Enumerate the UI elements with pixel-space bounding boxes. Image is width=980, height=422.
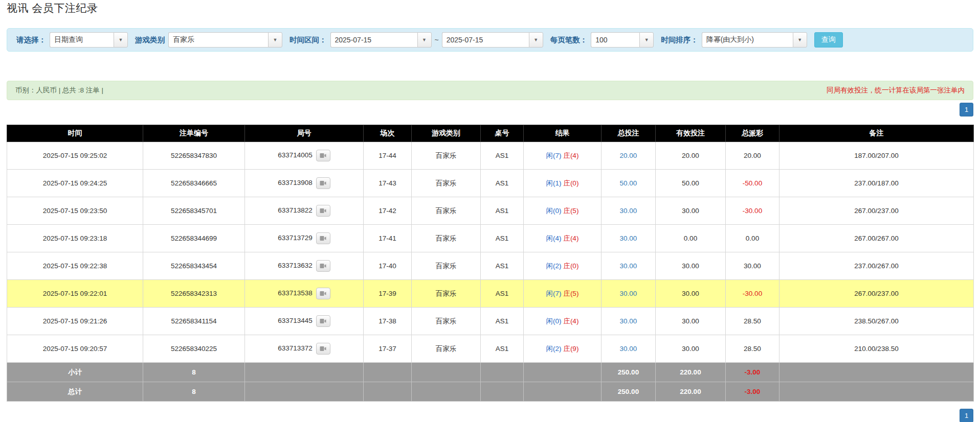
column-header: 时间 [7,125,143,142]
page-size-dropdown-button[interactable]: ▼ [639,32,654,48]
video-camera-icon [320,153,326,158]
summary-row: 总计8250.00220.00-3.00 [7,382,974,402]
banker-result: 庄(4) [563,152,578,159]
cell-remark: 237.00/267.00 [779,252,974,280]
cell-round-id: 633713822 [245,197,364,225]
summary-empty-cell [524,382,602,402]
summary-total-bet: 250.00 [602,363,656,382]
cell-round-id: 633713445 [245,308,364,335]
cell-table-no: AS1 [481,335,524,363]
currency-total-summary: 币别：人民币 | 总共 :8 注单 | [15,86,103,95]
cell-payout: -30.00 [726,280,779,308]
total-bet-link[interactable]: 30.00 [620,235,637,242]
video-replay-button[interactable] [316,288,330,299]
date-from-dropdown-button[interactable]: ▼ [417,32,432,48]
total-bet-link[interactable]: 30.00 [620,262,637,270]
chevron-down-icon: ▼ [533,38,538,42]
column-header: 场次 [364,125,412,142]
cell-result: 闲(7) 庄(4) [524,142,602,170]
cell-time: 2025-07-15 09:21:26 [7,308,143,335]
cell-valid-bet: 30.00 [656,335,726,363]
cell-table-no: AS1 [481,197,524,225]
cell-total-bet: 30.00 [602,252,656,280]
video-camera-icon [320,263,326,269]
column-header: 备注 [779,125,974,142]
round-id-text: 633713908 [278,179,313,186]
round-id-text: 633713372 [278,344,313,352]
player-result: 闲(0) [546,207,562,215]
cell-remark: 267.00/267.00 [779,225,974,252]
total-bet-link[interactable]: 50.00 [620,179,637,187]
column-header: 桌号 [481,125,524,142]
column-header: 结果 [524,125,602,142]
summary-empty-cell [364,363,412,382]
date-to-input[interactable] [442,32,529,48]
video-replay-button[interactable] [316,232,330,244]
date-to-dropdown-button[interactable]: ▼ [529,32,543,48]
table-row: 2025-07-15 09:22:01522658342313633713538… [7,280,974,308]
table-body: 2025-07-15 09:25:02522658347830633714005… [7,142,974,402]
page-1-button[interactable]: 1 [960,409,973,422]
banker-result: 庄(5) [563,207,578,215]
cell-time: 2025-07-15 09:24:25 [7,170,143,197]
cell-total-bet: 50.00 [602,170,656,197]
video-replay-button[interactable] [316,343,330,355]
player-result: 闲(0) [546,317,562,325]
total-bet-link[interactable]: 30.00 [620,317,637,325]
page-1-button[interactable]: 1 [960,103,973,116]
cell-round-id: 633713729 [245,225,364,252]
cell-round-id: 633714005 [245,142,364,170]
payout-value: 28.50 [744,345,761,353]
time-sort-dropdown-button[interactable]: ▼ [793,32,807,48]
video-replay-button[interactable] [316,205,330,217]
query-type-input[interactable] [50,32,114,48]
cell-result: 闲(7) 庄(5) [524,280,602,308]
video-replay-button[interactable] [316,150,330,161]
game-type-dropdown-button[interactable]: ▼ [268,32,282,48]
cell-result: 闲(0) 庄(5) [524,197,602,225]
total-bet-link[interactable]: 30.00 [620,207,637,215]
summary-valid-bet: 220.00 [656,363,726,382]
time-sort-input[interactable] [702,32,793,48]
video-camera-icon [320,318,326,324]
cell-payout: -30.00 [726,197,779,225]
cell-total-bet: 30.00 [602,280,656,308]
total-bet-link[interactable]: 20.00 [620,152,637,159]
cell-total-bet: 30.00 [602,335,656,363]
info-bar: 币别：人民币 | 总共 :8 注单 | 同局有效投注，统一计算在该局第一张注单内 [7,81,973,100]
query-type-dropdown-button[interactable]: ▼ [114,32,128,48]
notice-text: 同局有效投注，统一计算在该局第一张注单内 [827,86,965,95]
page-size-input[interactable] [591,32,639,48]
game-type-input[interactable] [168,32,268,48]
cell-table-no: AS1 [481,280,524,308]
round-id-text: 633713632 [278,262,313,269]
table-row: 2025-07-15 09:21:26522658341154633713445… [7,308,974,335]
video-replay-button[interactable] [316,315,330,327]
search-button[interactable]: 查询 [814,32,843,48]
column-header: 有效投注 [656,125,726,142]
banker-result: 庄(0) [563,262,578,270]
video-camera-icon [320,236,326,241]
cell-remark: 267.00/237.00 [779,280,974,308]
cell-remark: 267.00/237.00 [779,197,974,225]
total-bet-link[interactable]: 30.00 [620,290,637,297]
table-header-row: 时间注单编号局号场次游戏类别桌号结果总投注有效投注总派彩备注 [7,125,974,142]
player-result: 闲(4) [546,235,562,242]
chevron-down-icon: ▼ [273,38,278,42]
cell-round-id: 633713632 [245,252,364,280]
cell-game-type: 百家乐 [412,308,481,335]
table-row: 2025-07-15 09:24:25522658346665633713908… [7,170,974,197]
summary-empty-cell [245,363,364,382]
banker-result: 庄(5) [563,290,578,297]
video-replay-button[interactable] [316,260,330,272]
video-camera-icon [320,346,326,351]
payout-value: 28.50 [744,317,761,325]
video-replay-button[interactable] [316,177,330,189]
time-sort-combobox: ▼ [702,32,807,48]
date-from-input[interactable] [330,32,417,48]
cell-game-type: 百家乐 [412,225,481,252]
total-bet-link[interactable]: 30.00 [620,345,637,353]
cell-game-type: 百家乐 [412,197,481,225]
cell-total-bet: 30.00 [602,197,656,225]
video-camera-icon [320,180,326,186]
